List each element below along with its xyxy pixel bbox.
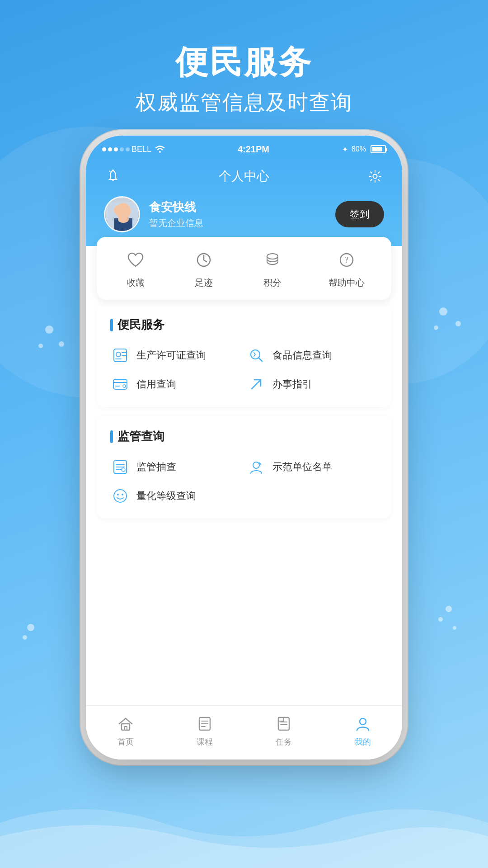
nav-item-course[interactable]: 课程 [165, 714, 244, 747]
menu-item-license[interactable]: 生产许可证查询 [110, 345, 242, 365]
rating-label: 量化等级查询 [136, 489, 196, 503]
status-right: ✦ 80% [342, 145, 386, 154]
deco-dot-11 [453, 626, 456, 630]
menu-item-guide[interactable]: 办事指引 [246, 374, 378, 394]
mine-icon [353, 714, 373, 734]
battery-icon [371, 145, 386, 153]
deco-dot-2 [59, 341, 64, 347]
favorites-label: 收藏 [127, 277, 145, 289]
menu-item-food-info[interactable]: 食品信息查询 [246, 345, 378, 365]
wifi-icon [155, 146, 165, 153]
nav-item-task[interactable]: 任务 [244, 714, 323, 747]
svg-point-9 [267, 254, 278, 259]
signal-area: BELL [102, 145, 165, 154]
exemplary-icon [246, 457, 266, 477]
signal-dot-3 [114, 147, 118, 151]
svg-point-42 [360, 718, 366, 725]
deco-dot-8 [23, 635, 27, 640]
svg-text:?: ? [345, 255, 348, 264]
food-info-label: 食品信息查询 [272, 349, 332, 362]
menu-item-credit[interactable]: 信用查询 [110, 374, 242, 394]
deco-dot-9 [446, 606, 452, 612]
title-bar-decoration-2 [110, 430, 113, 443]
bluetooth-icon: ✦ [342, 145, 348, 154]
deco-dot-6 [434, 326, 438, 330]
deco-dot-5 [455, 321, 461, 326]
content-area: 便民服务 生产许可证查询 [86, 304, 402, 519]
quick-item-footprint[interactable]: 足迹 [192, 248, 216, 289]
food-info-icon [246, 345, 266, 365]
user-name: 食安快线 [149, 199, 203, 215]
quick-item-points[interactable]: 积分 [260, 248, 285, 289]
supervision-grid: 监管抽查 示范单位名单 [110, 457, 378, 506]
headline-primary: 便民服务 [0, 41, 488, 84]
guide-icon [246, 374, 266, 394]
nav-item-home[interactable]: 首页 [86, 714, 165, 747]
public-service-grid: 生产许可证查询 食品信息查询 [110, 345, 378, 394]
signal-dot-5 [126, 147, 130, 151]
public-service-title: 便民服务 [110, 317, 378, 333]
svg-point-13 [116, 352, 121, 357]
inspection-icon [110, 457, 130, 477]
mine-label: 我的 [355, 736, 371, 747]
svg-point-22 [123, 385, 126, 387]
credit-label: 信用查询 [136, 377, 176, 391]
signal-dot-1 [102, 147, 106, 151]
carrier-label: BELL [131, 145, 151, 154]
phone-mockup: BELL 4:21PM ✦ 80% [86, 136, 402, 760]
deco-dot-10 [438, 617, 443, 622]
inspection-label: 监管抽查 [136, 460, 176, 474]
license-label: 生产许可证查询 [136, 349, 206, 362]
menu-item-exemplary[interactable]: 示范单位名单 [246, 457, 378, 477]
time-display: 4:21PM [238, 144, 269, 155]
battery-percent: 80% [352, 145, 366, 153]
help-icon: ? [334, 248, 359, 272]
quick-item-help[interactable]: ? 帮助中心 [328, 248, 365, 289]
license-icon [110, 345, 130, 365]
svg-point-0 [112, 170, 114, 171]
signal-dot-4 [120, 147, 124, 151]
public-service-section: 便民服务 生产许可证查询 [97, 304, 391, 407]
task-label: 任务 [276, 736, 292, 747]
deco-dot-7 [27, 624, 34, 631]
nav-item-mine[interactable]: 我的 [323, 714, 402, 747]
gear-icon[interactable] [366, 167, 384, 185]
home-icon [116, 714, 136, 734]
quick-item-favorites[interactable]: 收藏 [123, 248, 148, 289]
footprint-icon [192, 248, 216, 272]
svg-point-32 [122, 494, 123, 495]
svg-point-6 [118, 216, 129, 223]
svg-line-23 [252, 380, 261, 389]
svg-point-28 [122, 468, 125, 472]
course-icon [195, 714, 215, 734]
task-icon [274, 714, 294, 734]
footprint-label: 足迹 [195, 277, 213, 289]
profile-info: 食安快线 暂无企业信息 [104, 196, 203, 232]
bell-icon[interactable] [104, 167, 122, 185]
guide-label: 办事指引 [272, 377, 312, 391]
home-label: 首页 [117, 736, 134, 747]
quick-actions-bar: 收藏 足迹 积分 [97, 237, 391, 300]
header-row: 个人中心 [104, 167, 384, 185]
svg-rect-19 [113, 379, 127, 389]
svg-line-18 [259, 358, 263, 362]
exemplary-label: 示范单位名单 [272, 460, 332, 474]
bottom-nav: 首页 课程 [86, 705, 402, 760]
page-header: 便民服务 权威监管信息及时查询 [0, 0, 488, 117]
svg-point-2 [373, 175, 377, 179]
checkin-button[interactable]: 签到 [335, 201, 384, 227]
supervision-section: 监管查询 监管抽查 [97, 416, 391, 519]
user-subtitle: 暂无企业信息 [149, 217, 203, 229]
svg-line-1 [109, 171, 110, 172]
points-label: 积分 [263, 277, 282, 289]
signal-dot-2 [108, 147, 112, 151]
svg-point-29 [253, 462, 259, 468]
header-title: 个人中心 [122, 168, 366, 185]
svg-point-31 [117, 494, 119, 495]
menu-item-inspection[interactable]: 监管抽查 [110, 457, 242, 477]
svg-point-30 [114, 490, 127, 502]
menu-item-rating[interactable]: 量化等级查询 [110, 486, 242, 506]
credit-icon [110, 374, 130, 394]
points-icon [260, 248, 285, 272]
supervision-title: 监管查询 [110, 429, 378, 444]
